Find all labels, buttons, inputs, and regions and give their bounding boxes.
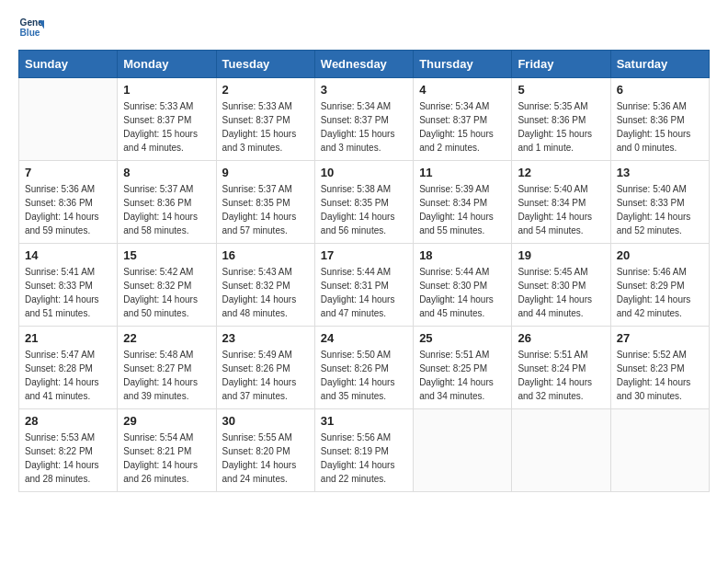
header-thursday: Thursday <box>414 51 512 78</box>
week-row-4: 21Sunrise: 5:47 AMSunset: 8:28 PMDayligh… <box>19 327 710 409</box>
day-number: 5 <box>518 83 604 97</box>
calendar-table: SundayMondayTuesdayWednesdayThursdayFrid… <box>18 50 710 492</box>
day-info: Sunrise: 5:40 AMSunset: 8:34 PMDaylight:… <box>518 182 604 237</box>
day-number: 21 <box>25 331 111 345</box>
day-number: 2 <box>222 83 309 97</box>
day-number: 6 <box>617 83 703 97</box>
day-cell: 3Sunrise: 5:34 AMSunset: 8:37 PMDaylight… <box>314 78 413 161</box>
day-number: 14 <box>25 248 111 262</box>
day-cell: 17Sunrise: 5:44 AMSunset: 8:31 PMDayligh… <box>314 244 413 327</box>
day-info: Sunrise: 5:38 AMSunset: 8:35 PMDaylight:… <box>321 182 407 237</box>
day-info: Sunrise: 5:37 AMSunset: 8:35 PMDaylight:… <box>222 182 309 237</box>
header-saturday: Saturday <box>610 51 709 78</box>
day-number: 29 <box>123 414 210 428</box>
day-cell: 7Sunrise: 5:36 AMSunset: 8:36 PMDaylight… <box>19 161 118 244</box>
week-row-3: 14Sunrise: 5:41 AMSunset: 8:33 PMDayligh… <box>19 244 710 327</box>
day-info: Sunrise: 5:33 AMSunset: 8:37 PMDaylight:… <box>123 99 210 155</box>
day-info: Sunrise: 5:36 AMSunset: 8:36 PMDaylight:… <box>25 182 111 237</box>
day-info: Sunrise: 5:40 AMSunset: 8:33 PMDaylight:… <box>617 182 703 237</box>
logo: General Blue <box>18 15 48 40</box>
day-cell: 26Sunrise: 5:51 AMSunset: 8:24 PMDayligh… <box>512 327 610 409</box>
day-cell: 12Sunrise: 5:40 AMSunset: 8:34 PMDayligh… <box>512 161 610 244</box>
day-number: 13 <box>617 166 703 179</box>
day-info: Sunrise: 5:36 AMSunset: 8:36 PMDaylight:… <box>617 99 703 155</box>
header-tuesday: Tuesday <box>216 51 314 78</box>
day-number: 9 <box>222 166 309 179</box>
day-cell: 8Sunrise: 5:37 AMSunset: 8:36 PMDaylight… <box>118 161 216 244</box>
day-cell: 6Sunrise: 5:36 AMSunset: 8:36 PMDaylight… <box>610 78 709 161</box>
day-info: Sunrise: 5:51 AMSunset: 8:25 PMDaylight:… <box>419 348 506 403</box>
day-cell <box>19 78 118 161</box>
day-cell: 21Sunrise: 5:47 AMSunset: 8:28 PMDayligh… <box>19 327 118 409</box>
day-cell: 23Sunrise: 5:49 AMSunset: 8:26 PMDayligh… <box>216 327 314 409</box>
day-cell: 2Sunrise: 5:33 AMSunset: 8:37 PMDaylight… <box>216 78 314 161</box>
header-sunday: Sunday <box>19 51 118 78</box>
day-number: 12 <box>518 166 604 179</box>
day-cell: 9Sunrise: 5:37 AMSunset: 8:35 PMDaylight… <box>216 161 314 244</box>
day-cell <box>512 409 610 492</box>
header-monday: Monday <box>118 51 216 78</box>
week-row-5: 28Sunrise: 5:53 AMSunset: 8:22 PMDayligh… <box>19 409 710 492</box>
day-cell: 19Sunrise: 5:45 AMSunset: 8:30 PMDayligh… <box>512 244 610 327</box>
day-info: Sunrise: 5:44 AMSunset: 8:30 PMDaylight:… <box>419 265 506 320</box>
day-cell <box>414 409 512 492</box>
day-cell: 30Sunrise: 5:55 AMSunset: 8:20 PMDayligh… <box>216 409 314 492</box>
day-info: Sunrise: 5:44 AMSunset: 8:31 PMDaylight:… <box>321 265 407 320</box>
day-number: 11 <box>419 166 506 179</box>
day-info: Sunrise: 5:47 AMSunset: 8:28 PMDaylight:… <box>25 348 111 403</box>
day-info: Sunrise: 5:35 AMSunset: 8:36 PMDaylight:… <box>518 99 604 155</box>
day-number: 30 <box>222 414 309 428</box>
day-cell: 24Sunrise: 5:50 AMSunset: 8:26 PMDayligh… <box>314 327 413 409</box>
header-friday: Friday <box>512 51 610 78</box>
day-number: 27 <box>617 331 703 345</box>
day-cell: 5Sunrise: 5:35 AMSunset: 8:36 PMDaylight… <box>512 78 610 161</box>
day-info: Sunrise: 5:39 AMSunset: 8:34 PMDaylight:… <box>419 182 506 237</box>
day-info: Sunrise: 5:34 AMSunset: 8:37 PMDaylight:… <box>321 99 407 155</box>
day-cell: 25Sunrise: 5:51 AMSunset: 8:25 PMDayligh… <box>414 327 512 409</box>
day-info: Sunrise: 5:34 AMSunset: 8:37 PMDaylight:… <box>419 99 506 155</box>
logo-icon: General Blue <box>18 15 44 40</box>
day-number: 25 <box>419 331 506 345</box>
day-info: Sunrise: 5:56 AMSunset: 8:19 PMDaylight:… <box>321 431 407 486</box>
day-cell: 28Sunrise: 5:53 AMSunset: 8:22 PMDayligh… <box>19 409 118 492</box>
day-number: 23 <box>222 331 309 345</box>
day-info: Sunrise: 5:49 AMSunset: 8:26 PMDaylight:… <box>222 348 309 403</box>
day-cell: 29Sunrise: 5:54 AMSunset: 8:21 PMDayligh… <box>118 409 216 492</box>
day-cell: 15Sunrise: 5:42 AMSunset: 8:32 PMDayligh… <box>118 244 216 327</box>
day-info: Sunrise: 5:48 AMSunset: 8:27 PMDaylight:… <box>123 348 210 403</box>
day-number: 15 <box>123 248 210 262</box>
day-cell: 11Sunrise: 5:39 AMSunset: 8:34 PMDayligh… <box>414 161 512 244</box>
day-number: 16 <box>222 248 309 262</box>
day-cell: 1Sunrise: 5:33 AMSunset: 8:37 PMDaylight… <box>118 78 216 161</box>
day-cell: 31Sunrise: 5:56 AMSunset: 8:19 PMDayligh… <box>314 409 413 492</box>
day-cell: 4Sunrise: 5:34 AMSunset: 8:37 PMDaylight… <box>414 78 512 161</box>
day-number: 19 <box>518 248 604 262</box>
day-cell: 16Sunrise: 5:43 AMSunset: 8:32 PMDayligh… <box>216 244 314 327</box>
day-number: 17 <box>321 248 407 262</box>
day-cell: 14Sunrise: 5:41 AMSunset: 8:33 PMDayligh… <box>19 244 118 327</box>
week-row-2: 7Sunrise: 5:36 AMSunset: 8:36 PMDaylight… <box>19 161 710 244</box>
day-info: Sunrise: 5:53 AMSunset: 8:22 PMDaylight:… <box>25 431 111 486</box>
svg-text:Blue: Blue <box>20 28 40 38</box>
day-number: 10 <box>321 166 407 179</box>
day-cell: 22Sunrise: 5:48 AMSunset: 8:27 PMDayligh… <box>118 327 216 409</box>
day-cell: 13Sunrise: 5:40 AMSunset: 8:33 PMDayligh… <box>610 161 709 244</box>
day-info: Sunrise: 5:45 AMSunset: 8:30 PMDaylight:… <box>518 265 604 320</box>
day-info: Sunrise: 5:51 AMSunset: 8:24 PMDaylight:… <box>518 348 604 403</box>
day-info: Sunrise: 5:41 AMSunset: 8:33 PMDaylight:… <box>25 265 111 320</box>
day-info: Sunrise: 5:33 AMSunset: 8:37 PMDaylight:… <box>222 99 309 155</box>
day-info: Sunrise: 5:43 AMSunset: 8:32 PMDaylight:… <box>222 265 309 320</box>
day-number: 3 <box>321 83 407 97</box>
day-number: 28 <box>25 414 111 428</box>
day-cell: 27Sunrise: 5:52 AMSunset: 8:23 PMDayligh… <box>610 327 709 409</box>
day-number: 7 <box>25 166 111 179</box>
page-header: General Blue <box>18 15 710 40</box>
week-row-1: 1Sunrise: 5:33 AMSunset: 8:37 PMDaylight… <box>19 78 710 161</box>
day-cell <box>610 409 709 492</box>
day-number: 4 <box>419 83 506 97</box>
day-number: 24 <box>321 331 407 345</box>
day-info: Sunrise: 5:50 AMSunset: 8:26 PMDaylight:… <box>321 348 407 403</box>
day-info: Sunrise: 5:37 AMSunset: 8:36 PMDaylight:… <box>123 182 210 237</box>
day-info: Sunrise: 5:55 AMSunset: 8:20 PMDaylight:… <box>222 431 309 486</box>
header-row: SundayMondayTuesdayWednesdayThursdayFrid… <box>19 51 710 78</box>
